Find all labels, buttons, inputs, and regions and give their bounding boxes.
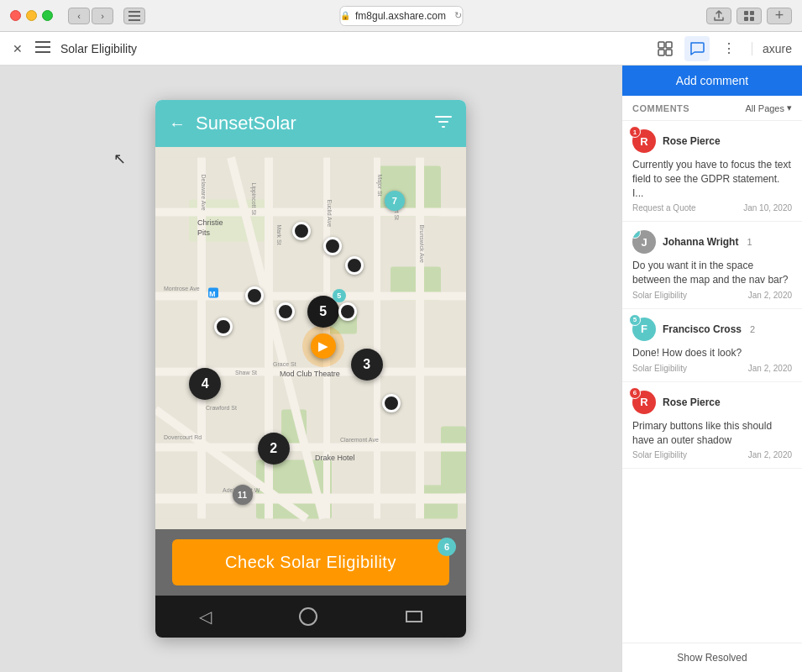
- comments-header: COMMENTS All Pages ▾: [622, 96, 802, 121]
- svg-rect-3: [744, 11, 748, 15]
- map-marker-2[interactable]: 2: [258, 433, 290, 465]
- comment-date: Jan 2, 2020: [748, 364, 792, 373]
- svg-text:Grace St: Grace St: [273, 361, 296, 367]
- all-pages-dropdown[interactable]: All Pages ▾: [746, 102, 792, 113]
- comment-badge-7[interactable]: 7: [385, 191, 405, 211]
- back-nav-icon[interactable]: ◁: [199, 606, 212, 627]
- cta-comment-badge: 6: [438, 538, 456, 556]
- forward-button[interactable]: ›: [92, 8, 113, 24]
- share-button[interactable]: [706, 8, 731, 24]
- comment-number-badge: 6: [629, 387, 641, 399]
- comment-page: Solar Eligibility: [632, 450, 687, 459]
- comment-number-badge: 1: [629, 126, 641, 138]
- check-solar-button[interactable]: Check Solar Eligibility: [172, 539, 449, 585]
- comment-username: Rose Pierce: [663, 135, 721, 147]
- menu-icon[interactable]: [35, 41, 50, 56]
- map-dot-5[interactable]: [276, 302, 295, 321]
- sidebar-toggle-button[interactable]: [123, 8, 145, 24]
- svg-rect-5: [744, 17, 748, 21]
- svg-text:Dovercourt Rd: Dovercourt Rd: [164, 434, 202, 440]
- back-button[interactable]: ‹: [68, 8, 90, 24]
- phone-mockup: ← SunsetSolar: [155, 100, 466, 638]
- add-comment-button[interactable]: Add comment: [622, 66, 802, 96]
- comment-number-badge: 7: [632, 230, 641, 239]
- comment-item: 6 R Rose Pierce Primary buttons like thi…: [622, 382, 802, 470]
- svg-rect-1: [128, 15, 140, 17]
- svg-rect-12: [658, 50, 664, 55]
- url-bar[interactable]: 🔒 fm8gul.axshare.com ↻: [339, 6, 463, 26]
- comment-date: Jan 10, 2020: [743, 203, 792, 213]
- phone-back-button[interactable]: ←: [169, 114, 186, 134]
- svg-rect-13: [666, 50, 672, 55]
- comment-reply-count: 2: [750, 324, 755, 334]
- svg-rect-11: [666, 42, 672, 48]
- lock-icon: 🔒: [340, 11, 350, 20]
- map-marker-3[interactable]: 3: [351, 349, 383, 381]
- axure-toolbar: ✕ Solar Eligibility ⋮ axure: [0, 32, 802, 66]
- grid-view-icon[interactable]: [653, 36, 678, 61]
- map-dot-2[interactable]: [323, 237, 342, 255]
- url-text: fm8gul.axshare.com: [355, 10, 446, 22]
- phone-map[interactable]: Robert St Major St Brunswick Ave Euclid …: [155, 147, 466, 529]
- avatar: 6 R: [632, 391, 656, 414]
- svg-text:Lippincott St: Lippincott St: [250, 183, 257, 216]
- arrange-button[interactable]: [736, 8, 762, 24]
- more-options-icon[interactable]: ⋮: [716, 36, 742, 61]
- page-title: Solar Eligibility: [60, 42, 137, 55]
- panel-close-button[interactable]: ✕: [10, 41, 25, 56]
- comment-reply-count: 1: [747, 237, 752, 247]
- svg-text:Montrose Ave: Montrose Ave: [164, 286, 200, 291]
- comment-user-row: 7 J Johanna Wright 1: [632, 230, 792, 254]
- current-location-marker: ▶: [311, 333, 336, 359]
- phone-app-header: ← SunsetSolar: [155, 100, 466, 147]
- phone-area: ↖ ← SunsetSolar: [0, 66, 621, 672]
- avatar: 1 R: [632, 129, 656, 153]
- comment-icon[interactable]: [684, 36, 710, 61]
- comment-text: Do you want it in the space between the …: [632, 259, 792, 287]
- svg-rect-4: [750, 11, 754, 15]
- comment-text: Done! How does it look?: [632, 346, 792, 360]
- svg-rect-6: [750, 17, 754, 21]
- comment-meta: Solar Eligibility Jan 2, 2020: [632, 450, 792, 459]
- phone-filter-icon[interactable]: [434, 114, 453, 134]
- map-dot-3[interactable]: [345, 256, 364, 275]
- svg-rect-31: [197, 158, 206, 519]
- new-tab-button[interactable]: +: [767, 8, 792, 24]
- phone-app-title: SunsetSolar: [196, 113, 434, 134]
- minimize-window-dot[interactable]: [26, 10, 37, 21]
- comment-user-row: 1 R Rose Pierce: [632, 129, 792, 153]
- fullscreen-window-dot[interactable]: [42, 10, 53, 21]
- svg-text:Claremont Ave: Claremont Ave: [340, 437, 379, 443]
- reload-icon[interactable]: ↻: [454, 10, 462, 21]
- svg-text:Brunswick Ave: Brunswick Ave: [419, 225, 425, 263]
- comment-text: Currently you have to focus the text fie…: [632, 158, 792, 200]
- comment-meta: Solar Eligibility Jan 2, 2020: [632, 291, 792, 300]
- svg-rect-7: [35, 41, 50, 43]
- avatar: 7 J: [632, 230, 656, 254]
- map-dot-8[interactable]: [214, 318, 233, 336]
- recents-nav-icon[interactable]: [406, 611, 422, 622]
- comment-item: 7 J Johanna Wright 1 Do you want it in t…: [622, 222, 802, 309]
- map-dot-6[interactable]: [338, 302, 357, 321]
- mac-titlebar: ‹ › 🔒 fm8gul.axshare.com ↻ +: [0, 0, 802, 32]
- phone-nav-bar: ◁: [155, 596, 466, 638]
- comment-date: Jan 2, 2020: [748, 450, 792, 459]
- axure-right-tools: ⋮ axure: [653, 36, 792, 61]
- comment-badge-11[interactable]: 11: [233, 485, 253, 505]
- svg-text:Shaw St: Shaw St: [235, 370, 257, 375]
- close-window-dot[interactable]: [10, 10, 21, 21]
- map-dot-1[interactable]: [292, 222, 311, 240]
- show-resolved-button[interactable]: Show Resolved: [622, 643, 802, 672]
- comment-page: Solar Eligibility: [632, 364, 687, 373]
- phone-cta-area: Check Solar Eligibility 6: [155, 529, 466, 596]
- map-marker-4[interactable]: 4: [189, 368, 221, 400]
- map-dot-4[interactable]: [245, 286, 264, 305]
- axure-logo: axure: [752, 42, 792, 55]
- map-dot-7[interactable]: [382, 394, 401, 412]
- comment-page: Request a Quote: [632, 203, 696, 213]
- map-marker-5-container: 5 5: [307, 296, 339, 328]
- comment-username: Francisco Cross: [663, 323, 742, 335]
- svg-rect-10: [658, 42, 664, 48]
- svg-text:Euclid Ave: Euclid Ave: [327, 200, 333, 228]
- home-nav-icon[interactable]: [299, 607, 317, 626]
